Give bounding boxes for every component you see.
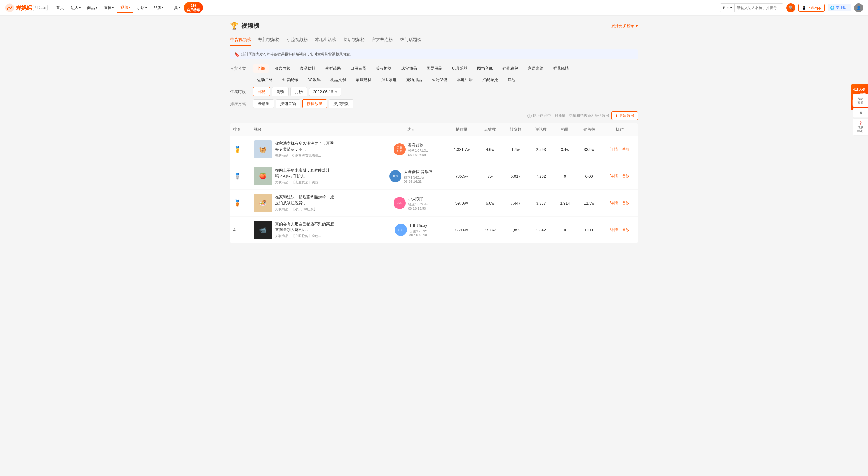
filter-daily[interactable]: 日用百货 — [346, 64, 370, 73]
filter-food[interactable]: 食品饮料 — [296, 64, 319, 73]
video-info: 在家和姐妹一起吃豪华酸辣粉，虎皮鸡爪软烂脱骨，... 关联商品：【小贝618狂欢… — [275, 195, 335, 211]
filter-home[interactable]: 家居家纺 — [524, 64, 548, 73]
export-button[interactable]: ⬆ 导出数据 — [611, 111, 638, 120]
filter-local[interactable]: 本地生活 — [453, 76, 476, 84]
filter-clothing[interactable]: 服饰内衣 — [271, 64, 294, 73]
nav-shop[interactable]: 小店 ▾ — [134, 3, 150, 12]
creator-avatar[interactable]: 叮叮 — [395, 224, 407, 236]
filter-flowers[interactable]: 鲜花绿植 — [549, 64, 573, 73]
title-area: 🏆 视频榜 — [230, 22, 259, 30]
tab-cargo-video[interactable]: 带货视频榜 — [230, 35, 251, 46]
creator-name[interactable]: 大野蜜探·背锅侠 — [404, 169, 433, 175]
tab-traffic-video[interactable]: 引流视频榜 — [287, 35, 308, 46]
tab-hot-topic[interactable]: 热门话题榜 — [400, 35, 421, 46]
filter-jewelry[interactable]: 珠宝饰品 — [397, 64, 421, 73]
float-qr-code[interactable]: ⊞ — [853, 108, 868, 118]
shares-cell: 1,852 — [503, 216, 528, 243]
sort-by-plays-button[interactable]: 按播放量 — [302, 99, 327, 108]
download-app-button[interactable]: 📱 下载App — [798, 4, 824, 12]
filter-all[interactable]: 全部 — [253, 64, 269, 73]
tab-official-hot[interactable]: 官方热点榜 — [372, 35, 393, 46]
search-selector[interactable]: 达人 ▾ — [720, 4, 735, 12]
mobile-icon: 📱 — [802, 6, 806, 10]
likes-cell: 15.3w — [477, 216, 503, 243]
user-avatar[interactable]: 👤 — [854, 3, 863, 12]
filter-fresh[interactable]: 生鲜蔬果 — [321, 64, 345, 73]
filter-period-row: 生成时段 日榜 周榜 月榜 2022-06-16 ▾ — [230, 87, 638, 96]
filter-watches[interactable]: 钟表配饰 — [278, 76, 302, 84]
video-thumbnail[interactable]: 🍑 — [254, 167, 272, 185]
creator-name[interactable]: 叮叮喵dxy — [409, 223, 427, 228]
sort-by-revenue-button[interactable]: 按销售额 — [276, 99, 300, 108]
filter-outdoor[interactable]: 运动户外 — [253, 76, 277, 84]
video-thumbnail[interactable]: 📹 — [254, 221, 272, 239]
video-title[interactable]: 在网上买的水蜜桃，真的能爆汁吗？#乡村守护人 — [275, 168, 335, 179]
pro-version-button[interactable]: 🌐 专业版 › — [828, 4, 851, 11]
filter-medicine[interactable]: 医药保健 — [428, 76, 451, 84]
play-button[interactable]: 播放 — [622, 228, 629, 232]
creator-name[interactable]: 乔乔好物 — [408, 142, 428, 148]
sort-by-sales-button[interactable]: 按销量 — [253, 99, 274, 108]
nav-creator[interactable]: 达人 ▾ — [67, 3, 84, 12]
search-button[interactable]: 🔍 — [786, 3, 795, 12]
tab-bar: 带货视频榜 热门视频榜 引流视频榜 本地生活榜 探店视频榜 官方热点榜 热门话题… — [230, 35, 638, 46]
sort-by-likes-button[interactable]: 按点赞数 — [329, 99, 353, 108]
play-button[interactable]: 播放 — [622, 174, 629, 178]
creator-avatar[interactable]: 小贝 — [394, 197, 406, 209]
video-title[interactable]: 真的会有人用自己都达不到的高度来衡量别人麻#大... — [275, 221, 335, 232]
filter-books[interactable]: 图书音像 — [473, 64, 497, 73]
filter-appliance[interactable]: 厨卫家电 — [377, 76, 401, 84]
filter-other[interactable]: 其他 — [504, 76, 519, 84]
rank-silver-icon: 🥈 — [233, 172, 242, 180]
expand-more-button[interactable]: 展开更多榜单 ▾ — [611, 23, 638, 29]
tab-local-life[interactable]: 本地生活榜 — [315, 35, 336, 46]
creator-name[interactable]: 小贝饿了 — [408, 196, 428, 202]
detail-button[interactable]: 详情 — [610, 147, 618, 151]
logo[interactable]: 蝉妈妈 抖音版 — [5, 3, 48, 13]
video-title[interactable]: 在家和姐妹一起吃豪华酸辣粉，虎皮鸡爪软烂脱骨，... — [275, 195, 335, 205]
col-action: 操作 — [602, 123, 638, 136]
nav-tools[interactable]: 工具 ▾ — [167, 3, 183, 12]
nav-live[interactable]: 直播 ▾ — [101, 3, 117, 12]
period-month-button[interactable]: 月榜 — [290, 87, 307, 96]
nav-video[interactable]: 视频 ▾ — [117, 3, 133, 13]
nav-version[interactable]: 抖音版 — [33, 4, 48, 11]
float-help-center[interactable]: ❓ 帮助中心 — [853, 119, 868, 136]
play-button[interactable]: 播放 — [622, 147, 629, 151]
filter-furniture[interactable]: 家具建材 — [352, 76, 375, 84]
video-title[interactable]: 你家洗衣机有多久没洗过了，夏季要更常清洁，不... — [275, 141, 335, 152]
creator-avatar[interactable]: 乔乔好物 — [394, 143, 406, 155]
video-thumbnail[interactable]: 🧺 — [254, 140, 272, 158]
rank-cell: 🥇 — [230, 136, 251, 163]
detail-button[interactable]: 详情 — [610, 174, 618, 178]
search-input[interactable] — [735, 6, 783, 10]
data-table: 排名 视频 达人 播放量 点赞数 转发数 评论数 销量 销售额 操作 🥇 — [230, 123, 638, 243]
filter-digital[interactable]: 3C数码 — [304, 76, 324, 84]
shares-cell: 5,017 — [503, 163, 528, 190]
detail-button[interactable]: 详情 — [610, 228, 618, 232]
float-customer-service[interactable]: 💬 客服 — [853, 94, 868, 108]
date-picker[interactable]: 2022-06-16 ▾ — [309, 88, 341, 96]
filter-gifts[interactable]: 礼品文创 — [326, 76, 350, 84]
tab-hot-video[interactable]: 热门视频榜 — [258, 35, 280, 46]
period-week-button[interactable]: 周榜 — [272, 87, 289, 96]
nav-product[interactable]: 商品 ▾ — [84, 3, 100, 12]
filter-pets[interactable]: 宠物用品 — [402, 76, 426, 84]
nav-home[interactable]: 首页 — [53, 3, 67, 12]
filter-toys[interactable]: 玩具乐器 — [448, 64, 471, 73]
detail-button[interactable]: 详情 — [610, 201, 618, 205]
tab-explore-video[interactable]: 探店视频榜 — [343, 35, 365, 46]
play-button[interactable]: 播放 — [622, 201, 629, 205]
filter-beauty[interactable]: 美妆护肤 — [372, 64, 395, 73]
main-content: 🏆 视频榜 展开更多榜单 ▾ 带货视频榜 热门视频榜 引流视频榜 本地生活榜 探… — [223, 16, 645, 249]
video-thumbnail[interactable]: 🍜 — [254, 194, 272, 212]
nav-618-banner[interactable]: 618会员特惠 — [184, 2, 203, 13]
sales-cell: 0 — [554, 216, 576, 243]
nav-brand[interactable]: 品牌 ▾ — [151, 3, 166, 12]
filter-auto[interactable]: 汽配摩托 — [478, 76, 502, 84]
chevron-down-icon: ▾ — [636, 24, 638, 28]
filter-maternity[interactable]: 母婴用品 — [423, 64, 446, 73]
filter-shoes[interactable]: 鞋靴箱包 — [499, 64, 522, 73]
period-day-button[interactable]: 日榜 — [253, 87, 270, 96]
creator-avatar[interactable]: 野蜜 — [390, 170, 401, 182]
